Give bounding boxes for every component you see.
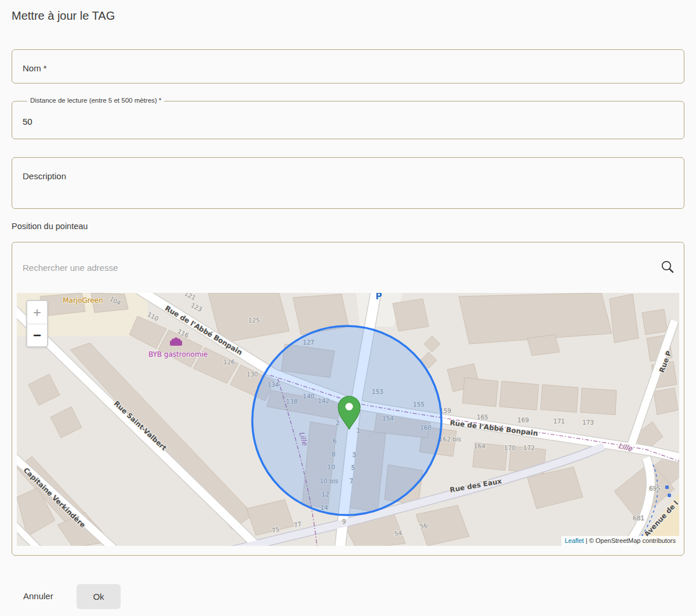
name-field-label: Nom * xyxy=(23,63,47,73)
map-house-number: 172 xyxy=(523,444,535,451)
description-field[interactable]: Description xyxy=(12,157,684,209)
leaflet-map-canvas: Rue de l'Abbé BonpainRue de l'Abbé Bonpa… xyxy=(17,293,679,546)
distance-field-label: Distance de lecture (entre 5 et 500 mètr… xyxy=(27,97,164,104)
map-house-number: 164 xyxy=(474,443,485,450)
map-label-poi-purple: BYB gastronomie xyxy=(148,350,208,358)
map-attribution: Leaflet | © OpenStreetMap contributors xyxy=(561,536,679,546)
map-house-number: 9 xyxy=(342,518,346,525)
map-card: Rechercher une adresse xyxy=(12,242,684,556)
ok-button[interactable]: Ok xyxy=(77,584,121,609)
dialog-title: Mettre à jour le TAG xyxy=(12,9,115,23)
distance-field-value: 50 xyxy=(23,117,32,126)
leaflet-link[interactable]: Leaflet xyxy=(565,537,584,544)
address-search-placeholder: Rechercher une adresse xyxy=(23,263,118,273)
osm-attribution: © OpenStreetMap contributors xyxy=(589,537,676,544)
address-search-input[interactable]: Rechercher une adresse xyxy=(12,242,684,293)
name-field[interactable]: Nom * xyxy=(12,49,684,84)
map-house-number: 162 bis xyxy=(439,436,461,443)
pointer-position-label: Position du pointeau xyxy=(12,222,88,231)
description-field-label: Description xyxy=(23,171,66,181)
map-label-parking: P xyxy=(376,293,382,302)
map[interactable]: Rue de l'Abbé BonpainRue de l'Abbé Bonpa… xyxy=(17,293,679,546)
map-house-number: 170 xyxy=(504,444,516,451)
map-house-number: 169 xyxy=(517,416,529,423)
cancel-button[interactable]: Annuler xyxy=(22,588,55,604)
map-house-number: 130 xyxy=(246,371,258,378)
map-house-number: 54 xyxy=(394,529,403,537)
map-house-number: 695 xyxy=(649,485,661,492)
map-house-number: 126 xyxy=(223,358,235,365)
distance-field[interactable]: Distance de lecture (entre 5 et 500 mètr… xyxy=(12,101,684,139)
attribution-separator: | xyxy=(584,537,589,544)
zoom-out-button[interactable]: − xyxy=(27,324,47,346)
map-house-number: 165 xyxy=(477,414,488,421)
map-house-number: 56 xyxy=(419,521,428,530)
map-house-number: 681 xyxy=(633,514,644,521)
map-label-poi-orange: MarjoGreen xyxy=(63,296,103,305)
map-house-number: 125 xyxy=(248,317,260,324)
map-house-number: 173 xyxy=(582,419,594,426)
map-zoom-control: + − xyxy=(26,300,48,347)
search-icon[interactable] xyxy=(660,260,675,275)
zoom-in-button[interactable]: + xyxy=(27,301,47,324)
map-house-number: 171 xyxy=(553,418,565,425)
